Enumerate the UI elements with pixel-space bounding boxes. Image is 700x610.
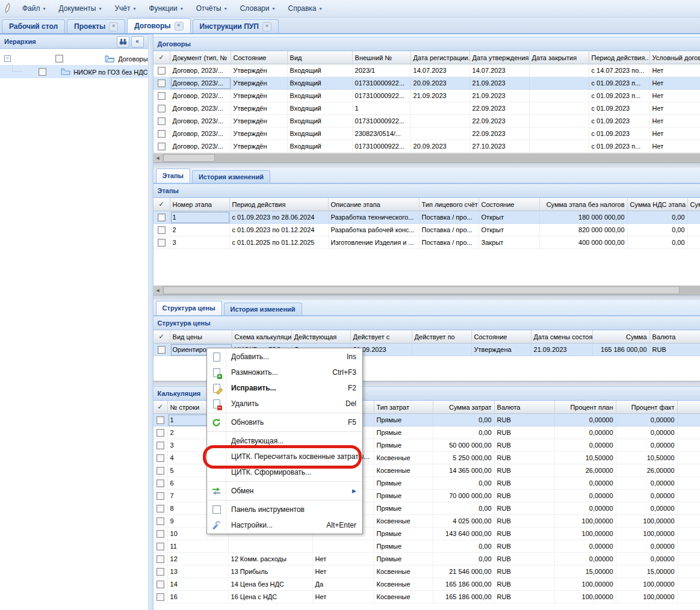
table-row[interactable]: 1313 ПрибыльНетКосвенные21 546 000,00RUB… — [153, 565, 700, 578]
row-checkbox[interactable] — [156, 429, 164, 437]
column-header[interactable]: Состояние — [472, 330, 531, 344]
table-row[interactable]: Договор, 2023/...УтверждёнВходящий017310… — [153, 115, 700, 128]
tree-item[interactable]: −Договоры — [0, 52, 148, 65]
menubar-item-2[interactable]: Документы▾ — [52, 0, 108, 17]
column-header[interactable]: Вид цены — [170, 330, 232, 344]
row-checkbox[interactable] — [158, 105, 166, 112]
column-header[interactable]: Состояние — [231, 51, 288, 64]
column-header[interactable]: ✓ — [153, 51, 170, 64]
row-checkbox[interactable] — [156, 492, 164, 500]
menu-item-10[interactable]: ЦИТК. Сформировать... — [207, 464, 362, 480]
tab-stages-history[interactable]: История изменений — [192, 170, 270, 183]
column-header[interactable]: Валюта — [495, 401, 555, 414]
column-header[interactable]: Состояние — [479, 198, 540, 211]
column-header[interactable]: Схема калькуляци — [232, 330, 292, 344]
menu-item-1[interactable]: Добавить...Ins — [207, 349, 362, 365]
column-header[interactable]: Сумма — [593, 330, 650, 344]
column-header[interactable]: Действующая — [292, 330, 351, 344]
menubar-item-3[interactable]: Учёт▾ — [108, 0, 142, 17]
row-checkbox[interactable] — [156, 555, 164, 563]
column-header[interactable]: Сумма НДС этапа — [628, 198, 688, 211]
column-header[interactable]: Тип затрат — [374, 401, 433, 414]
table-row[interactable]: Договор, 2023/...УтверждёнВходящий017310… — [153, 77, 700, 90]
table-row[interactable]: 3с 01.01.2025 по 01.12.2025Изготовление … — [153, 236, 700, 249]
column-header[interactable]: ✓ — [153, 401, 168, 414]
row-checkbox[interactable] — [158, 226, 166, 234]
column-header[interactable]: Сумма затрат — [433, 401, 495, 414]
contracts-horizontal-scrollbar[interactable]: ◀ — [153, 153, 700, 162]
row-checkbox[interactable] — [156, 517, 164, 525]
panel-splitter-vertical[interactable] — [149, 34, 153, 610]
row-checkbox[interactable] — [156, 454, 164, 462]
row-checkbox[interactable] — [156, 505, 164, 513]
menu-item-3[interactable]: Исправить...F2 — [207, 380, 362, 396]
scrollbar-thumb[interactable] — [163, 286, 680, 294]
table-row[interactable]: Договор, 2023/...УтверждёнВходящий122.09… — [153, 102, 700, 115]
row-checkbox[interactable] — [156, 442, 164, 449]
tab-close-icon[interactable]: × — [262, 22, 271, 31]
column-header[interactable]: Описание этапа — [329, 198, 420, 211]
scroll-left-arrow-icon[interactable]: ◀ — [153, 286, 163, 295]
column-header[interactable]: Номер этапа — [170, 198, 230, 211]
table-row[interactable]: Договор, 2023/...УтверждёнВходящий2023/1… — [153, 64, 700, 77]
column-header[interactable]: Процент план — [555, 401, 616, 414]
menubar-item-5[interactable]: Отчёты▾ — [190, 0, 234, 17]
scroll-left-arrow-icon[interactable]: ◀ — [153, 153, 163, 162]
menubar-item-7[interactable]: Справка▾ — [281, 0, 328, 17]
row-checkbox[interactable] — [156, 581, 164, 588]
menu-item-8[interactable]: Действующая... — [207, 433, 362, 449]
column-header[interactable]: Документ (тип, № — [170, 51, 231, 64]
table-row[interactable]: 2с 01.09.2023 по 01.12.2024Разработка ра… — [153, 224, 700, 236]
table-row[interactable]: Договор, 2023/...УтверждёнВходящий017310… — [153, 140, 700, 153]
menubar-item-1[interactable]: Файл▾ — [16, 0, 52, 17]
menubar-item-4[interactable]: Функции▾ — [142, 0, 189, 17]
column-header[interactable]: Дата смены состоя — [531, 330, 593, 344]
column-header[interactable]: ✓ — [153, 330, 170, 344]
collapse-panel-button[interactable]: « — [131, 36, 144, 48]
table-row[interactable]: 1212 Комм. расходыНетПрямые0,00RUB0,0000… — [153, 553, 700, 565]
tab-4[interactable]: Инструкции ПУП× — [193, 19, 279, 33]
table-row[interactable]: 1с 01.09.2023 по 28.06.2024Разработка те… — [153, 211, 700, 224]
column-header[interactable]: Условный догов — [650, 51, 700, 64]
tree-checkbox[interactable] — [39, 68, 46, 76]
row-checkbox[interactable] — [156, 543, 164, 550]
menubar-item-6[interactable]: Словари▾ — [234, 0, 282, 17]
table-row[interactable]: 1414 Цена без НДСДаКосвенные165 186 000,… — [153, 578, 700, 591]
row-checkbox[interactable] — [158, 79, 166, 87]
row-checkbox[interactable] — [156, 467, 164, 475]
search-button[interactable] — [117, 36, 129, 48]
tab-1[interactable]: Рабочий стол — [2, 19, 65, 33]
row-checkbox[interactable] — [156, 593, 164, 601]
row-checkbox[interactable] — [156, 568, 164, 576]
row-checkbox[interactable] — [158, 214, 166, 221]
row-checkbox[interactable] — [156, 530, 164, 538]
table-row[interactable]: 1616 Цена с НДСНетКосвенные165 186 000,0… — [153, 591, 700, 603]
tab-close-icon[interactable]: × — [109, 22, 118, 31]
tab-price-structure[interactable]: Структура цены — [156, 301, 222, 315]
column-header[interactable]: Тип лицевого счёт — [420, 198, 479, 211]
menu-item-citk-recalc-indirect-costs[interactable]: ЦИТК. Пересчитать косвенные затраты... — [207, 449, 362, 464]
column-header[interactable]: Период действия.. — [589, 51, 650, 64]
row-checkbox[interactable] — [158, 239, 166, 247]
column-header[interactable]: Дата регистрации. — [411, 51, 470, 64]
column-header[interactable]: Период действия — [230, 198, 329, 211]
table-row[interactable]: Договор, 2023/...УтверждёнВходящий230823… — [153, 128, 700, 140]
column-header[interactable]: Валюта — [650, 330, 700, 344]
menu-item-4[interactable]: −УдалитьDel — [207, 396, 362, 411]
row-checkbox[interactable] — [156, 479, 164, 487]
tab-price-history[interactable]: История изменений — [224, 303, 302, 315]
menu-item-2[interactable]: +Размножить...Ctrl+F3 — [207, 365, 362, 380]
row-checkbox[interactable] — [156, 416, 164, 424]
menu-item-14[interactable]: Панель инструментов — [207, 502, 362, 517]
row-checkbox[interactable] — [158, 346, 166, 354]
tree-item[interactable]: НИОКР по ГОЗ без НДС — [0, 65, 148, 78]
column-header[interactable]: Дата утверждения — [470, 51, 530, 64]
row-checkbox[interactable] — [158, 130, 166, 138]
tab-close-icon[interactable]: × — [175, 22, 184, 31]
column-header[interactable]: Процент факт — [616, 401, 678, 414]
menu-item-15[interactable]: Настройки...Alt+Enter — [207, 517, 362, 533]
table-row[interactable]: 11Прямые0,00RUB0,000000,00000 — [153, 540, 700, 553]
app-logo-icon[interactable] — [0, 2, 16, 14]
tree-checkbox[interactable] — [55, 55, 63, 63]
column-header[interactable]: Действует с — [351, 330, 412, 344]
